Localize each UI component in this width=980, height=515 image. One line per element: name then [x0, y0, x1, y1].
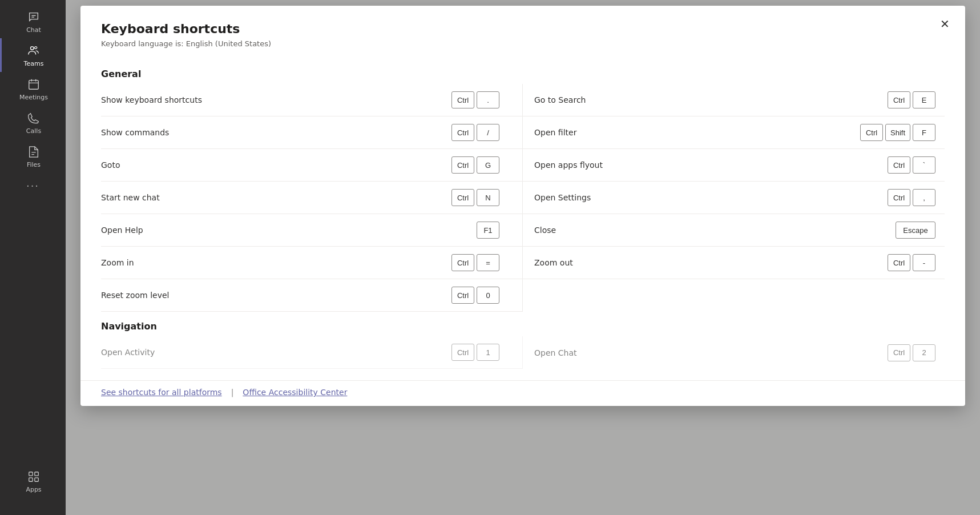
svg-rect-13 — [35, 478, 38, 481]
files-icon — [27, 145, 41, 159]
shortcut-row: Reset zoom level Ctrl 0 — [101, 279, 523, 312]
sidebar-item-calls[interactable]: Calls — [0, 106, 66, 139]
key-backtick: ` — [913, 156, 935, 174]
chat-icon — [27, 10, 41, 24]
shortcut-row: Open apps flyout Ctrl ` — [523, 149, 945, 182]
key-ctrl: Ctrl — [888, 344, 910, 361]
shortcut-name: Go to Search — [534, 95, 586, 104]
modal-overlay: Keyboard shortcuts Keyboard language is:… — [66, 0, 980, 515]
general-shortcuts-grid: Show keyboard shortcuts Ctrl . Go to Sea… — [101, 84, 945, 312]
shortcut-keys: Ctrl . — [451, 91, 499, 108]
sidebar-apps-label: Apps — [26, 486, 41, 493]
svg-rect-12 — [29, 478, 33, 481]
key-ctrl: Ctrl — [888, 254, 910, 271]
sidebar-item-teams[interactable]: Teams — [0, 38, 66, 72]
modal-title: Keyboard shortcuts — [101, 22, 945, 36]
sidebar-chat-label: Chat — [26, 26, 41, 34]
key-zero: 0 — [477, 287, 499, 304]
shortcut-keys: Ctrl 0 — [451, 287, 499, 304]
shortcut-keys: Ctrl Shift F — [860, 124, 935, 141]
sidebar-teams-label: Teams — [24, 60, 44, 67]
shortcut-keys: Ctrl G — [451, 156, 499, 174]
sidebar-files-label: Files — [27, 161, 41, 168]
sidebar: Chat Teams Meetings — [0, 0, 66, 515]
shortcut-keys: Ctrl , — [888, 189, 935, 206]
shortcut-row: Open Activity Ctrl 1 — [101, 336, 523, 369]
key-f1: F1 — [477, 222, 499, 239]
general-section-heading: General — [101, 69, 945, 79]
navigation-shortcuts-grid: Open Activity Ctrl 1 Open Chat Ctrl 2 — [101, 336, 945, 369]
svg-rect-10 — [29, 472, 33, 476]
svg-point-2 — [31, 47, 34, 50]
shortcut-row: Start new chat Ctrl N — [101, 182, 523, 214]
key-dot: . — [477, 91, 499, 108]
sidebar-item-apps[interactable]: Apps — [0, 464, 66, 498]
shortcut-keys: Ctrl N — [451, 189, 499, 206]
key-ctrl: Ctrl — [888, 91, 910, 108]
key-f: F — [913, 124, 935, 141]
shortcuts-all-platforms-link[interactable]: See shortcuts for all platforms — [101, 388, 222, 397]
shortcut-name: Show commands — [101, 128, 169, 137]
svg-point-3 — [35, 46, 37, 49]
shortcut-row: Close Escape — [523, 214, 945, 247]
modal-close-button[interactable]: ✕ — [935, 15, 954, 33]
key-ctrl: Ctrl — [888, 156, 910, 174]
key-ctrl: Ctrl — [451, 124, 474, 141]
key-minus: - — [913, 254, 935, 271]
shortcut-keys: Ctrl 1 — [451, 344, 499, 361]
shortcut-keys: Escape — [896, 222, 935, 239]
shortcut-name: Open Help — [101, 226, 143, 235]
shortcut-row-empty — [523, 279, 945, 312]
key-ctrl: Ctrl — [860, 124, 883, 141]
sidebar-calls-label: Calls — [26, 127, 41, 135]
shortcut-row: Show keyboard shortcuts Ctrl . — [101, 84, 523, 116]
key-ctrl: Ctrl — [451, 91, 474, 108]
shortcut-name: Open apps flyout — [534, 160, 603, 170]
shortcut-row: Open Chat Ctrl 2 — [523, 336, 945, 369]
accessibility-center-link[interactable]: Office Accessibility Center — [243, 388, 347, 397]
shortcut-row: Go to Search Ctrl E — [523, 84, 945, 116]
modal-footer: See shortcuts for all platforms | Office… — [80, 380, 965, 406]
shortcut-keys: Ctrl = — [451, 254, 499, 271]
apps-icon — [27, 470, 41, 484]
shortcut-keys: Ctrl E — [888, 91, 935, 108]
shortcut-name: Goto — [101, 160, 120, 170]
sidebar-meetings-label: Meetings — [19, 94, 48, 101]
shortcut-name: Zoom in — [101, 258, 134, 267]
shortcut-row: Show commands Ctrl / — [101, 116, 523, 149]
shortcut-keys: Ctrl / — [451, 124, 499, 141]
key-e: E — [913, 91, 935, 108]
key-g: G — [477, 156, 499, 174]
shortcut-keys: Ctrl ` — [888, 156, 935, 174]
shortcut-row: Open Help F1 — [101, 214, 523, 247]
key-1: 1 — [477, 344, 499, 361]
key-comma: , — [913, 189, 935, 206]
shortcut-keys: F1 — [477, 222, 499, 239]
shortcut-name: Show keyboard shortcuts — [101, 95, 202, 104]
shortcut-name: Open filter — [534, 128, 576, 137]
shortcut-row: Goto Ctrl G — [101, 149, 523, 182]
shortcut-name: Open Settings — [534, 193, 591, 202]
sidebar-more[interactable]: ··· — [26, 173, 39, 199]
sidebar-item-meetings[interactable]: Meetings — [0, 72, 66, 106]
content-background: Keyboard shortcuts Keyboard language is:… — [66, 0, 980, 515]
key-n: N — [477, 189, 499, 206]
shortcut-row: Open filter Ctrl Shift F — [523, 116, 945, 149]
key-ctrl: Ctrl — [451, 344, 474, 361]
modal-subtitle: Keyboard language is: English (United St… — [101, 39, 945, 48]
shortcut-row: Zoom in Ctrl = — [101, 247, 523, 279]
key-slash: / — [477, 124, 499, 141]
sidebar-item-files[interactable]: Files — [0, 139, 66, 173]
key-2: 2 — [913, 344, 935, 361]
sidebar-item-chat[interactable]: Chat — [0, 5, 66, 38]
shortcut-name: Reset zoom level — [101, 291, 169, 300]
key-equals: = — [477, 254, 499, 271]
footer-separator: | — [231, 388, 234, 397]
shortcut-keys: Ctrl 2 — [888, 344, 935, 361]
shortcut-name: Zoom out — [534, 258, 573, 267]
key-shift: Shift — [885, 124, 910, 141]
shortcut-name: Start new chat — [101, 193, 160, 202]
key-escape: Escape — [896, 222, 935, 239]
keyboard-shortcuts-modal: Keyboard shortcuts Keyboard language is:… — [80, 6, 965, 406]
key-ctrl: Ctrl — [451, 156, 474, 174]
